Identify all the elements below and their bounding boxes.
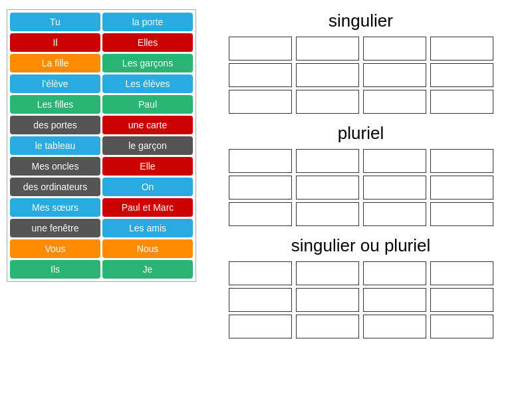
drop-box[interactable] <box>229 202 292 226</box>
word-chip[interactable]: Les amis <box>102 219 193 237</box>
word-row: VousNous <box>10 239 193 258</box>
word-row: Les fillesPaul <box>10 95 193 114</box>
drop-box[interactable] <box>430 37 493 61</box>
word-chip[interactable]: Les filles <box>10 95 100 114</box>
drop-box[interactable] <box>229 149 292 173</box>
word-chip[interactable]: On <box>102 178 193 196</box>
drop-box[interactable] <box>430 176 493 200</box>
drop-box[interactable] <box>430 149 493 173</box>
word-chip[interactable]: des ordinateurs <box>10 178 100 196</box>
drop-grid <box>203 149 519 226</box>
drop-box[interactable] <box>363 261 426 285</box>
grid-row <box>203 202 519 226</box>
drop-box[interactable] <box>229 37 292 61</box>
word-chip[interactable]: Elle <box>102 157 193 176</box>
drop-box[interactable] <box>229 63 292 87</box>
drop-box[interactable] <box>296 37 359 61</box>
right-panel: singulierplurielsingulier ou pluriel <box>196 7 525 341</box>
word-row: Mes onclesElle <box>10 157 193 176</box>
word-chip[interactable]: Vous <box>10 239 100 258</box>
drop-box[interactable] <box>363 149 426 173</box>
drop-box[interactable] <box>430 261 493 285</box>
drop-box[interactable] <box>363 176 426 200</box>
word-chip[interactable]: Mes oncles <box>10 157 100 176</box>
drop-box[interactable] <box>296 90 359 114</box>
word-row: des portesune carte <box>10 116 193 134</box>
drop-box[interactable] <box>229 261 292 285</box>
word-chip[interactable]: Mes sœurs <box>10 198 100 217</box>
word-chip[interactable]: Il <box>10 33 100 52</box>
word-chip[interactable]: Paul <box>102 95 193 114</box>
drop-box[interactable] <box>229 315 292 338</box>
section-title: singulier <box>203 11 519 31</box>
grid-row <box>203 315 519 338</box>
word-chip[interactable]: Les élèves <box>102 74 193 93</box>
grid-row <box>203 37 519 61</box>
drop-box[interactable] <box>430 90 493 114</box>
grid-row <box>203 149 519 173</box>
drop-box[interactable] <box>296 202 359 226</box>
word-row: Tula porte <box>10 13 193 31</box>
drop-box[interactable] <box>296 63 359 87</box>
drop-box[interactable] <box>296 315 359 338</box>
grid-row <box>203 63 519 87</box>
word-row: Mes sœursPaul et Marc <box>10 198 193 217</box>
word-row: des ordinateursOn <box>10 178 193 196</box>
word-row: La filleLes garçons <box>10 54 193 72</box>
drop-grid <box>203 261 519 338</box>
word-chip[interactable]: des portes <box>10 116 100 134</box>
drop-box[interactable] <box>363 288 426 312</box>
drop-box[interactable] <box>363 37 426 61</box>
drop-box[interactable] <box>229 288 292 312</box>
word-row: l'élèveLes élèves <box>10 74 193 93</box>
drop-box[interactable] <box>363 90 426 114</box>
word-chip[interactable]: Elles <box>102 33 193 52</box>
word-chip[interactable]: Les garçons <box>102 54 193 72</box>
word-chip[interactable]: une fenêtre <box>10 219 100 237</box>
word-chip[interactable]: La fille <box>10 54 100 72</box>
grid-row <box>203 261 519 285</box>
grid-row <box>203 288 519 312</box>
word-chip[interactable]: Ils <box>10 260 100 279</box>
section-title: pluriel <box>203 123 519 144</box>
word-chip[interactable]: le garçon <box>102 136 193 155</box>
word-chip[interactable]: le tableau <box>10 136 100 155</box>
word-row: une fenêtreLes amis <box>10 219 193 237</box>
word-chip[interactable]: Tu <box>10 13 100 31</box>
word-row: le tableaule garçon <box>10 136 193 155</box>
word-chip[interactable]: Nous <box>102 239 193 258</box>
grid-row <box>203 90 519 114</box>
drop-box[interactable] <box>229 90 292 114</box>
drop-box[interactable] <box>430 63 493 87</box>
grid-row <box>203 176 519 200</box>
word-chip[interactable]: la porte <box>102 13 193 31</box>
drop-box[interactable] <box>296 261 359 285</box>
drop-box[interactable] <box>363 63 426 87</box>
drop-box[interactable] <box>296 176 359 200</box>
drop-box[interactable] <box>430 288 493 312</box>
drop-box[interactable] <box>430 315 493 338</box>
word-row: IlsJe <box>10 260 193 279</box>
drop-box[interactable] <box>363 202 426 226</box>
word-chip[interactable]: Paul et Marc <box>102 198 193 217</box>
word-chip[interactable]: l'élève <box>10 74 100 93</box>
word-chip[interactable]: une carte <box>102 116 193 134</box>
drop-box[interactable] <box>430 202 493 226</box>
drop-box[interactable] <box>229 176 292 200</box>
word-chip[interactable]: Je <box>102 260 193 279</box>
drop-box[interactable] <box>296 288 359 312</box>
section-title: singulier ou pluriel <box>203 235 519 256</box>
word-list: Tula porteIlEllesLa filleLes garçonsl'él… <box>7 9 196 282</box>
drop-grid <box>203 37 519 114</box>
word-row: IlElles <box>10 33 193 52</box>
drop-box[interactable] <box>296 149 359 173</box>
drop-box[interactable] <box>363 315 426 338</box>
